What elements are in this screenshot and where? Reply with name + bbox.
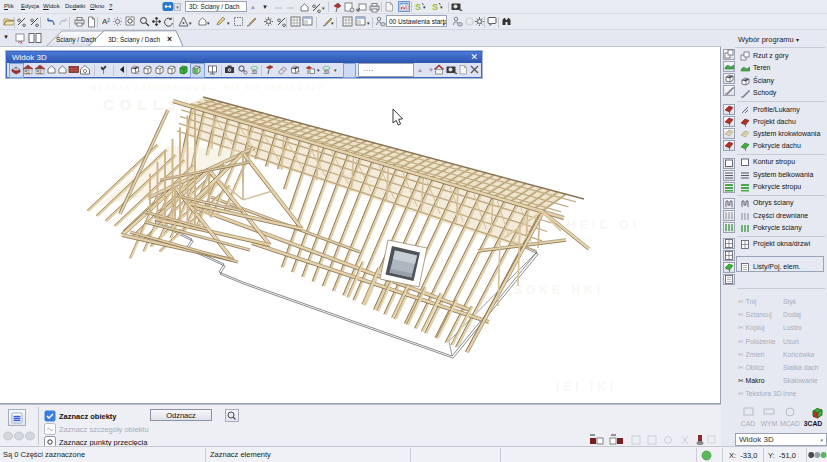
- svg-text:SOKE HKI: SOKE HKI: [514, 283, 604, 297]
- svg-text:51: 51: [37, 70, 43, 75]
- svg-text:A²: A²: [102, 17, 110, 26]
- svg-text:IEI IKI: IEI IKI: [556, 380, 617, 394]
- svg-text:51: 51: [25, 70, 31, 75]
- svg-text:30: 30: [252, 69, 258, 75]
- svg-text:S: S: [432, 2, 438, 12]
- svg-text:S: S: [415, 2, 421, 12]
- svg-text:COLL3: COLL3: [103, 96, 182, 113]
- svg-text:30: 30: [324, 69, 330, 75]
- svg-text:THEIC OI: THEIC OI: [556, 218, 640, 232]
- svg-text:WERSJA SZKOLENIOWA — NIE DO SP: WERSJA SZKOLENIOWA — NIE DO SPRZEDAŻY: [90, 83, 324, 91]
